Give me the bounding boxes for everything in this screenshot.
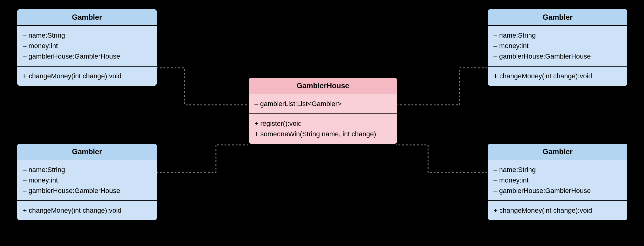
op-row: + changeMoney(int change):void [23, 205, 151, 216]
op-row: + changeMoney(int change):void [493, 71, 622, 81]
uml-class-gambler-bl: Gambler – name:String – money:int – gamb… [17, 143, 157, 221]
class-title: Gambler [488, 9, 627, 26]
op-row: + someoneWin(String name, int change) [254, 129, 391, 139]
class-attributes: – name:String – money:int – gamblerHouse… [488, 26, 627, 66]
uml-class-gambler-br: Gambler – name:String – money:int – gamb… [487, 143, 628, 221]
class-operations: + changeMoney(int change):void [17, 66, 157, 86]
attr-row: – gamblerHouse:GamblerHouse [23, 51, 151, 62]
attr-row: – name:String [493, 165, 622, 175]
uml-class-gamblerhouse: GamblerHouse – gamblerList:List<Gambler>… [248, 77, 398, 144]
attr-row: – gamblerHouse:GamblerHouse [493, 186, 622, 196]
uml-class-gambler-tl: Gambler – name:String – money:int – gamb… [17, 9, 157, 86]
op-row: + changeMoney(int change):void [23, 71, 151, 81]
attr-row: – money:int [493, 175, 622, 186]
class-attributes: – name:String – money:int – gamblerHouse… [488, 160, 627, 200]
class-title: Gambler [488, 144, 627, 160]
attr-row: – money:int [493, 41, 622, 51]
class-operations: + changeMoney(int change):void [17, 200, 157, 220]
op-row: + changeMoney(int change):void [493, 205, 622, 216]
class-title: Gambler [17, 9, 157, 26]
attr-row: – gamblerHouse:GamblerHouse [23, 186, 151, 196]
class-attributes: – name:String – money:int – gamblerHouse… [17, 26, 157, 66]
attr-row: – money:int [23, 175, 151, 186]
class-title: GamblerHouse [249, 78, 397, 94]
attr-row: – name:String [493, 30, 622, 41]
class-operations: + register():void + someoneWin(String na… [249, 113, 397, 144]
uml-class-gambler-tr: Gambler – name:String – money:int – gamb… [487, 9, 628, 86]
class-operations: + changeMoney(int change):void [488, 66, 627, 86]
op-row: + register():void [254, 118, 391, 129]
attr-row: – name:String [23, 165, 151, 175]
dependency-connector [156, 68, 248, 105]
attr-row: – gamblerList:List<Gambler> [254, 99, 391, 109]
dependency-connector [156, 145, 248, 173]
class-operations: + changeMoney(int change):void [488, 200, 627, 220]
attr-row: – name:String [23, 30, 151, 41]
class-attributes: – name:String – money:int – gamblerHouse… [17, 160, 157, 200]
attr-row: – gamblerHouse:GamblerHouse [493, 51, 622, 62]
dependency-connector [396, 145, 487, 173]
class-title: Gambler [17, 144, 157, 160]
class-attributes: – gamblerList:List<Gambler> [249, 94, 397, 113]
attr-row: – money:int [23, 41, 151, 51]
dependency-connector [396, 68, 487, 105]
